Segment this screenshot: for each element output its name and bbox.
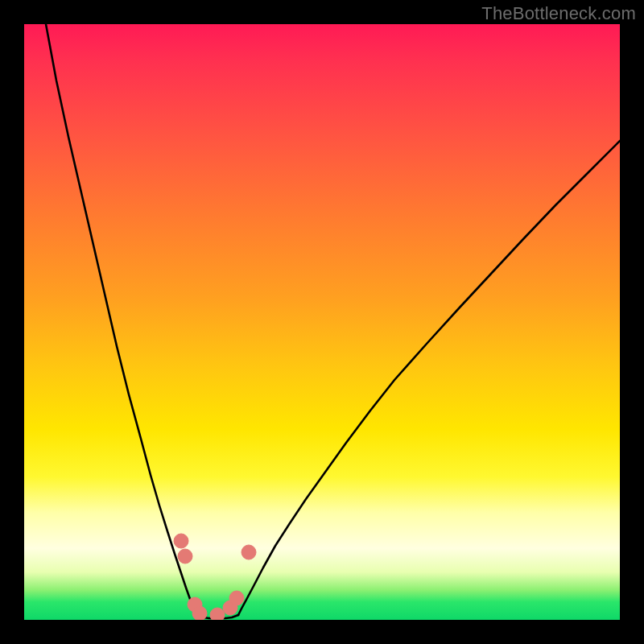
data-marker — [229, 591, 244, 605]
series-right-branch — [238, 141, 620, 615]
series-left-branch — [46, 24, 197, 615]
curves-layer — [24, 24, 620, 620]
chart-frame: TheBottleneck.com — [0, 0, 644, 644]
data-marker — [178, 549, 192, 564]
data-marker — [192, 606, 207, 620]
data-marker — [210, 608, 225, 620]
plot-area — [24, 24, 620, 620]
data-marker — [242, 545, 256, 559]
watermark-label: TheBottleneck.com — [481, 3, 636, 24]
data-marker — [174, 534, 188, 548]
